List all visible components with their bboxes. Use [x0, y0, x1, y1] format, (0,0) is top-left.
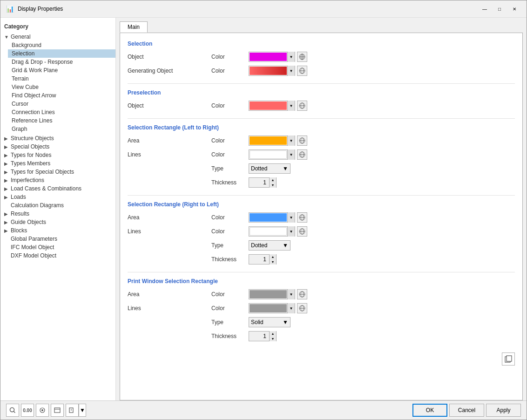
- lr-lines-globe-button[interactable]: [297, 149, 307, 160]
- sidebar-item-results[interactable]: ▶ Results: [0, 210, 115, 218]
- sidebar-item-view-cube[interactable]: View Cube: [8, 83, 115, 91]
- sidebar-item-types-nodes[interactable]: ▶ Types for Nodes: [0, 151, 115, 159]
- tab-main[interactable]: Main: [120, 21, 148, 33]
- preselection-object-dropdown-arrow: ▼: [287, 101, 295, 111]
- apply-button[interactable]: Apply: [486, 404, 521, 417]
- selection-object-type: Color: [211, 54, 249, 60]
- tree-item-general: ▼ General Background Selection Drag & Dr…: [0, 32, 115, 134]
- sidebar-item-ifc-model[interactable]: IFC Model Object: [0, 243, 115, 251]
- footer-tool1-button[interactable]: [36, 404, 49, 417]
- footer-tool3-button[interactable]: [66, 404, 79, 417]
- tool2-icon: [54, 406, 61, 414]
- lr-area-color-dropdown[interactable]: ▼: [249, 135, 295, 146]
- cancel-button[interactable]: Cancel: [449, 404, 484, 417]
- sidebar-item-global-params[interactable]: Global Parameters: [0, 235, 115, 243]
- rl-area-dropdown-arrow: ▼: [287, 212, 295, 223]
- preselection-object-control: ▼: [249, 101, 307, 111]
- selection-generating-type: Color: [211, 68, 249, 74]
- rl-type-dropdown[interactable]: Dotted ▼: [249, 240, 291, 251]
- sidebar-item-loads[interactable]: ▶ Loads: [0, 193, 115, 201]
- selection-object-control: ▼: [249, 52, 307, 62]
- sidebar-item-reference-lines[interactable]: Reference Lines: [8, 116, 115, 125]
- sidebar-item-calc-diagrams[interactable]: Calculation Diagrams: [0, 201, 115, 210]
- tree-toggle-general: ▼: [4, 34, 11, 40]
- sidebar-item-graph[interactable]: Graph: [8, 125, 115, 133]
- footer-search-button[interactable]: [6, 404, 19, 417]
- sidebar-item-find-object[interactable]: Find Object Arrow: [8, 91, 115, 100]
- sidebar-item-connection-lines[interactable]: Connection Lines: [8, 108, 115, 116]
- divider-1: [128, 83, 515, 84]
- ok-button[interactable]: OK: [412, 404, 447, 417]
- globe-icon-8: [298, 291, 306, 298]
- maximize-button[interactable]: □: [493, 4, 506, 14]
- sidebar-item-types-special[interactable]: ▶ Types for Special Objects: [0, 168, 115, 176]
- lr-lines-type: Color: [211, 151, 249, 158]
- globe-icon-5: [298, 151, 306, 158]
- pw-lines-color-dropdown[interactable]: ▼: [249, 303, 295, 313]
- pw-lines-globe-button[interactable]: [297, 303, 307, 313]
- lr-thickness-down[interactable]: ▼: [270, 183, 276, 188]
- sidebar-item-blocks[interactable]: ▶ Blocks: [0, 226, 115, 235]
- sidebar-item-terrain[interactable]: Terrain: [8, 75, 115, 83]
- sidebar-item-selection[interactable]: Selection: [8, 49, 115, 58]
- rl-thickness-up[interactable]: ▲: [270, 254, 276, 259]
- search-icon: [9, 406, 16, 414]
- pw-area-globe-button[interactable]: [297, 289, 307, 299]
- lr-area-row: Area Color ▼: [128, 135, 515, 146]
- lr-type-dropdown[interactable]: Dotted ▼: [249, 163, 291, 174]
- rl-area-color-dropdown[interactable]: ▼: [249, 212, 295, 223]
- pw-type-dropdown[interactable]: Solid ▼: [249, 317, 291, 327]
- main-panel: Main Selection Object Color ▼: [116, 18, 527, 400]
- footer-dropdown-arrow-button[interactable]: ▼: [79, 404, 86, 417]
- selection-object-globe-button[interactable]: [297, 52, 307, 62]
- section-title-lr: Selection Rectangle (Left to Right): [128, 124, 515, 131]
- lr-lines-color-dropdown[interactable]: ▼: [249, 149, 295, 160]
- tree-row-general[interactable]: ▼ General: [0, 33, 115, 41]
- sidebar-item-drag-drop[interactable]: Drag & Drop - Response: [8, 58, 115, 66]
- preselection-object-color-dropdown[interactable]: ▼: [249, 101, 295, 111]
- selection-generating-color-dropdown[interactable]: ▼: [249, 66, 295, 76]
- rl-thickness-row: Thickness 1 ▲ ▼: [128, 254, 515, 264]
- rl-lines-globe-button[interactable]: [297, 226, 307, 237]
- pw-lines-control: ▼: [249, 303, 307, 313]
- sidebar-item-cursor[interactable]: Cursor: [8, 100, 115, 108]
- tree-toggle-blocks: ▶: [4, 228, 11, 233]
- pw-type-row: Type Solid ▼: [128, 317, 515, 327]
- panel-bottom-bar: [128, 349, 515, 369]
- sidebar-item-dxf-model[interactable]: DXF Model Object: [0, 251, 115, 260]
- close-button[interactable]: ✕: [508, 4, 521, 14]
- selection-generating-globe-button[interactable]: [297, 66, 307, 76]
- sidebar-item-load-cases[interactable]: ▶ Load Cases & Combinations: [0, 184, 115, 193]
- sidebar-item-guide-objects[interactable]: ▶ Guide Objects: [0, 218, 115, 226]
- rl-area-globe-button[interactable]: [297, 212, 307, 223]
- sidebar-item-types-members[interactable]: ▶ Types Members: [0, 159, 115, 168]
- pw-thickness-down[interactable]: ▼: [270, 336, 276, 341]
- minimize-button[interactable]: —: [478, 4, 491, 14]
- pw-thickness-up[interactable]: ▲: [270, 331, 276, 336]
- rl-lines-color-swatch: [250, 227, 287, 236]
- sidebar-item-grid[interactable]: Grid & Work Plane: [8, 66, 115, 75]
- rl-lines-type: Color: [211, 228, 249, 235]
- sidebar-item-background[interactable]: Background: [8, 41, 115, 49]
- sidebar-item-structure-objects[interactable]: ▶ Structure Objects: [0, 134, 115, 142]
- sidebar-item-imperfections[interactable]: ▶ Imperfections: [0, 176, 115, 184]
- pw-area-control: ▼: [249, 289, 307, 299]
- copy-button[interactable]: [502, 352, 515, 366]
- lr-type-arrow: ▼: [283, 165, 288, 172]
- rl-thickness-type-label: Thickness: [211, 256, 249, 263]
- sidebar-item-special-objects[interactable]: ▶ Special Objects: [0, 142, 115, 151]
- footer-tool2-button[interactable]: [51, 404, 64, 417]
- selection-object-color-dropdown[interactable]: ▼: [249, 52, 295, 62]
- rl-lines-color-dropdown[interactable]: ▼: [249, 226, 295, 237]
- footer-num-button[interactable]: 0.00: [21, 404, 34, 417]
- pw-area-color-dropdown[interactable]: ▼: [249, 289, 295, 299]
- rl-thickness-down[interactable]: ▼: [270, 259, 276, 264]
- tree-children-general: Background Selection Drag & Drop - Respo…: [0, 41, 115, 133]
- tree-toggle-structure: ▶: [4, 136, 11, 141]
- selection-generating-color-swatch: [250, 67, 287, 75]
- preselection-object-globe-button[interactable]: [297, 101, 307, 111]
- lr-area-globe-button[interactable]: [297, 135, 307, 146]
- tab-bar: Main: [116, 18, 527, 33]
- lr-thickness-up[interactable]: ▲: [270, 177, 276, 183]
- lr-area-color-swatch: [250, 136, 287, 145]
